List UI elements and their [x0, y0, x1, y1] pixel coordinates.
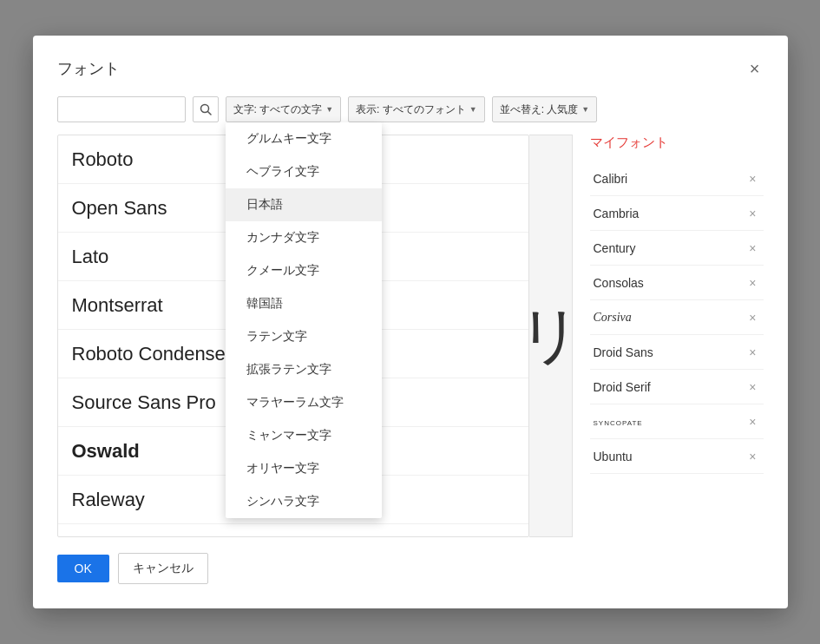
search-button[interactable] — [193, 96, 219, 122]
display-dropdown-button[interactable]: 表示: すべてのフォント ▼ — [348, 96, 485, 122]
modal-title: フォント — [57, 58, 120, 79]
search-input[interactable] — [57, 96, 186, 122]
my-font-item-corsiva: Corsiva × — [590, 300, 764, 335]
filter-arrow-icon: ▼ — [325, 105, 333, 114]
my-font-item-consolas: Consolas × — [590, 266, 764, 300]
dropdown-item-latin[interactable]: ラテン文字 — [226, 320, 382, 353]
dropdown-item-sinhala[interactable]: シンハラ文字 — [226, 485, 382, 518]
my-font-item-ubuntu: Ubuntu × — [590, 439, 764, 474]
my-font-item-droid-serif: Droid Serif × — [590, 370, 764, 404]
font-name-open-sans: Open Sans — [72, 197, 167, 220]
filter-dropdown-menu: グルムキー文字 ヘブライ文字 日本語 カンナダ文字 クメール文字 韓国語 ラテン… — [226, 122, 382, 518]
search-icon — [200, 103, 212, 115]
sort-dropdown-button[interactable]: 並べ替え: 人気度 ▼ — [492, 96, 598, 122]
my-font-name-droid-serif: Droid Serif — [594, 380, 651, 394]
svg-line-1 — [207, 112, 211, 115]
dropdown-item-japanese[interactable]: 日本語 — [226, 188, 382, 221]
dropdown-item-oriya[interactable]: オリヤー文字 — [226, 452, 382, 485]
font-name-roboto-condensed: Roboto Condensed — [72, 343, 237, 365]
display-arrow-icon: ▼ — [469, 105, 477, 114]
remove-cambria-button[interactable]: × — [745, 205, 759, 222]
close-button[interactable]: × — [746, 56, 764, 81]
dropdown-item-kannada[interactable]: カンナダ文字 — [226, 221, 382, 254]
font-name-montserrat: Montserrat — [72, 294, 163, 317]
my-font-item-cambria: Cambria × — [590, 196, 764, 231]
my-font-item-century: Century × — [590, 231, 764, 266]
font-name-oswald: Oswald — [72, 440, 140, 463]
content-area: Roboto Open Sans Lato Montserrat Roboto … — [57, 135, 764, 537]
filter-dropdown-wrapper: 文字: すべての文字 ▼ グルムキー文字 ヘブライ文字 日本語 カンナダ文字 ク… — [226, 96, 342, 122]
my-fonts-panel: マイフォント Calibri × Cambria × Century × Con… — [590, 135, 764, 537]
dropdown-item-malayalam[interactable]: マラヤーラム文字 — [226, 386, 382, 419]
filter-label: 文字: すべての文字 — [233, 102, 323, 117]
my-font-item-droid-sans: Droid Sans × — [590, 335, 764, 370]
dropdown-item-hebrew[interactable]: ヘブライ文字 — [226, 155, 382, 188]
my-font-name-ubuntu: Ubuntu — [594, 450, 633, 463]
font-preview-panel: リ — [529, 135, 573, 537]
font-name-raleway: Raleway — [72, 489, 145, 511]
filter-dropdown-button[interactable]: 文字: すべての文字 ▼ — [226, 96, 342, 122]
remove-ubuntu-button[interactable]: × — [745, 448, 759, 465]
remove-corsiva-button[interactable]: × — [745, 309, 759, 326]
bottom-bar: OK キャンセル — [57, 553, 764, 584]
modal-overlay: フォント × 文字: すべての文字 ▼ グルムキー文字 — [0, 0, 820, 644]
remove-droid-serif-button[interactable]: × — [745, 378, 759, 396]
my-font-name-consolas: Consolas — [594, 276, 644, 290]
my-font-name-syncopate: syncopate — [594, 416, 643, 428]
my-font-name-cambria: Cambria — [594, 207, 640, 220]
font-name-lato: Lato — [72, 246, 109, 268]
dropdown-item-extended-latin[interactable]: 拡張ラテン文字 — [226, 353, 382, 386]
modal-header: フォント × — [57, 56, 764, 81]
sort-label: 並べ替え: 人気度 — [500, 102, 579, 117]
my-font-name-calibri: Calibri — [594, 172, 628, 186]
my-font-name-droid-sans: Droid Sans — [594, 345, 653, 359]
dropdown-item-myanmar[interactable]: ミャンマー文字 — [226, 419, 382, 452]
font-name-source-sans-pro: Source Sans Pro — [72, 391, 216, 414]
my-font-item-calibri: Calibri × — [590, 161, 764, 196]
sort-arrow-icon: ▼ — [581, 105, 589, 114]
remove-droid-sans-button[interactable]: × — [745, 344, 759, 361]
remove-syncopate-button[interactable]: × — [745, 413, 759, 430]
my-font-item-syncopate: syncopate × — [590, 404, 764, 439]
remove-calibri-button[interactable]: × — [745, 170, 759, 187]
dropdown-item-korean[interactable]: 韓国語 — [226, 287, 382, 320]
dropdown-item-gurumukhi[interactable]: グルムキー文字 — [226, 122, 382, 155]
font-dialog: フォント × 文字: すべての文字 ▼ グルムキー文字 — [33, 36, 788, 608]
ok-button[interactable]: OK — [57, 555, 109, 582]
cancel-button[interactable]: キャンセル — [118, 553, 208, 584]
my-font-name-century: Century — [594, 241, 636, 255]
remove-century-button[interactable]: × — [745, 240, 759, 257]
my-font-name-corsiva: Corsiva — [594, 311, 632, 325]
dropdown-item-khmer[interactable]: クメール文字 — [226, 254, 382, 287]
display-label: 表示: すべてのフォント — [356, 102, 466, 117]
font-name-roboto: Roboto — [72, 148, 134, 171]
remove-consolas-button[interactable]: × — [745, 274, 759, 292]
toolbar: 文字: すべての文字 ▼ グルムキー文字 ヘブライ文字 日本語 カンナダ文字 ク… — [57, 96, 764, 122]
my-fonts-title: マイフォント — [590, 135, 764, 151]
